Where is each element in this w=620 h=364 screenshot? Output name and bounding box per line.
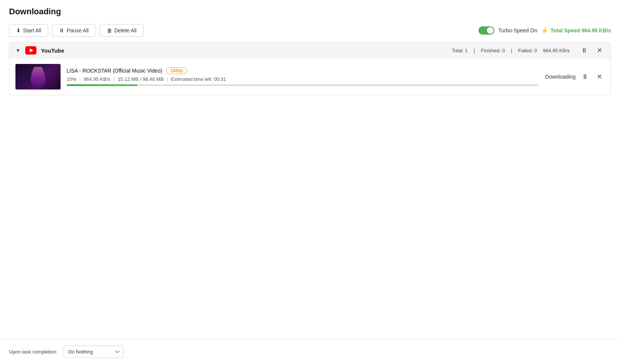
- item-title-row: LISA - ROCKSTAR (Official Music Video) 1…: [67, 67, 538, 74]
- turbo-label: Turbo-Speed On: [498, 27, 537, 33]
- progress-bar-fill: [67, 84, 137, 86]
- chevron-down-icon[interactable]: ▼: [15, 47, 21, 53]
- page-title: Downloading: [9, 7, 611, 17]
- item-size: 15.12 MB / 98.46 MB: [118, 76, 164, 82]
- group-pause-button[interactable]: ⏸: [579, 46, 590, 55]
- item-title: LISA - ROCKSTAR (Official Music Video): [67, 68, 162, 74]
- download-group: ▼ YouTube Total: 1 | Finished: 0 | Faile…: [9, 42, 611, 95]
- item-close-button[interactable]: ✕: [594, 73, 605, 81]
- pause-icon: ⏸: [59, 27, 64, 33]
- group-stats: Total: 1 | Finished: 0 | Failed: 0 964.9…: [452, 48, 574, 53]
- group-speed: 964.95 KB/s: [543, 48, 570, 53]
- delete-all-button[interactable]: 🗑 Delete All: [100, 24, 144, 37]
- finished-stat: Finished: 0: [481, 48, 505, 53]
- download-item: LISA - ROCKSTAR (Official Music Video) 1…: [9, 58, 611, 95]
- stat-sep-1: |: [474, 48, 475, 53]
- sep1: |: [79, 76, 81, 82]
- footer: Upon task completion: Do Nothing Sleep S…: [0, 339, 620, 364]
- item-eta: Estimated time left: 00:31: [171, 76, 226, 82]
- total-stat: Total: 1: [452, 48, 468, 53]
- thumbnail-art: [15, 64, 61, 89]
- footer-label: Upon task completion:: [9, 349, 58, 355]
- failed-stat: Failed: 0: [518, 48, 537, 53]
- progress-bar: [67, 84, 538, 86]
- trash-icon: 🗑: [107, 27, 112, 33]
- start-all-button[interactable]: ⬇ Start All: [9, 24, 48, 37]
- turbo-speed-toggle[interactable]: [479, 26, 494, 35]
- item-speed: 964.95 KB/s: [84, 76, 110, 82]
- item-status: Downloading ⏸ ✕: [544, 73, 605, 81]
- youtube-icon: [25, 46, 36, 55]
- completion-action-select[interactable]: Do Nothing Sleep Shutdown Exit Applicati…: [64, 346, 124, 358]
- sep3: |: [167, 76, 168, 82]
- turbo-speed-area: Turbo-Speed On ⚡ Total Speed 964.95 KB/s: [479, 26, 611, 35]
- toolbar: ⬇ Start All ⏸ Pause All 🗑 Delete All Tur…: [0, 20, 620, 42]
- group-name: YouTube: [41, 47, 64, 54]
- bolt-icon: ⚡: [541, 27, 549, 34]
- group-close-button[interactable]: ✕: [594, 46, 605, 55]
- status-text: Downloading: [545, 74, 576, 80]
- quality-badge: 1080p: [166, 67, 187, 74]
- item-thumbnail: [15, 64, 61, 89]
- download-icon: ⬇: [16, 27, 21, 33]
- item-percent: 15%: [67, 76, 76, 82]
- stat-sep-2: |: [511, 48, 512, 53]
- item-meta: 15% | 964.95 KB/s | 15.12 MB / 98.46 MB …: [67, 76, 538, 82]
- sep2: |: [113, 76, 114, 82]
- group-header: ▼ YouTube Total: 1 | Finished: 0 | Faile…: [9, 42, 611, 58]
- pause-all-button[interactable]: ⏸ Pause All: [52, 24, 96, 37]
- item-info: LISA - ROCKSTAR (Official Music Video) 1…: [67, 67, 538, 86]
- item-pause-button[interactable]: ⏸: [579, 73, 591, 81]
- total-speed: ⚡ Total Speed 964.95 KB/s: [541, 27, 611, 34]
- page-header: Downloading: [0, 0, 620, 20]
